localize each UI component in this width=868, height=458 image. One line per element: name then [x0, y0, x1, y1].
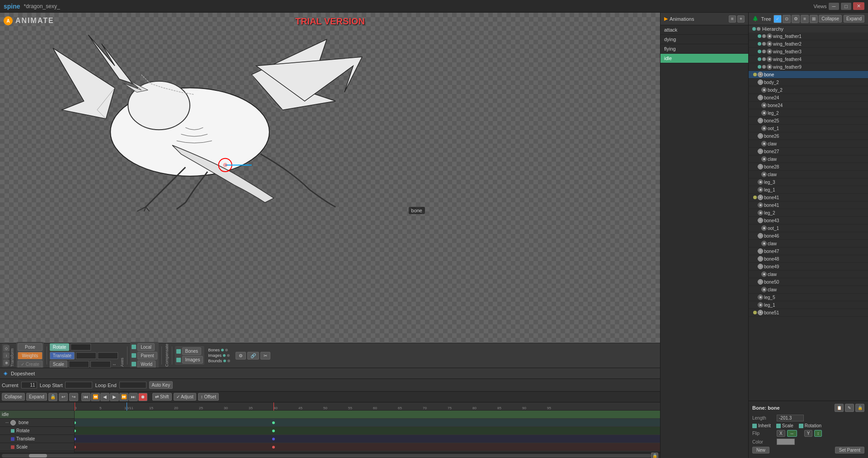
bones-visibility-checkbox[interactable]: [176, 349, 181, 354]
tree-item-oot1b[interactable]: ▣ oot_1: [749, 224, 868, 232]
tree-item-wing-feather3[interactable]: ▣ wing_feather3: [749, 48, 868, 56]
minimize-button[interactable]: ─: [829, 3, 840, 10]
keyframe-bone-0[interactable]: [75, 421, 76, 424]
keyframe-bone-40[interactable]: [272, 421, 275, 424]
flip-x-button[interactable]: X: [777, 430, 785, 437]
length-input[interactable]: [777, 415, 804, 421]
icon-btn-2[interactable]: 🔗: [247, 352, 259, 360]
keyframe-scale-40[interactable]: [272, 446, 275, 449]
set-parent-button[interactable]: Set Parent: [835, 447, 864, 453]
keyframe-rotate-0[interactable]: [75, 430, 76, 432]
scale-y-value[interactable]: 1.0: [90, 361, 111, 368]
tree-collapse-button[interactable]: Collapse: [819, 15, 842, 23]
rotate-value[interactable]: 357.18: [71, 344, 91, 351]
tree-item-wing-feather2[interactable]: ▣ wing_feather2: [749, 40, 868, 48]
icon-btn-1[interactable]: ⚙: [236, 352, 246, 360]
tree-item-bone47[interactable]: ⊙ bone47: [749, 248, 868, 255]
tree-item-wing-feather9[interactable]: ▣ wing_feather9: [749, 63, 868, 71]
tree-btn-4[interactable]: ≡: [801, 15, 809, 23]
tree-item-leg2[interactable]: ▣ leg_2: [749, 109, 868, 117]
tree-item-bone[interactable]: ✦ bone: [749, 71, 868, 79]
tree-item-bone46[interactable]: ⊙ bone46: [749, 232, 868, 240]
icon-btn-3[interactable]: ✂: [260, 352, 270, 360]
skip-start-button[interactable]: ⏮: [81, 393, 90, 401]
undo-button[interactable]: ↩: [59, 393, 68, 401]
tool-icon-2[interactable]: ↕: [3, 352, 9, 359]
tree-item-claw4[interactable]: ▣ claw: [749, 240, 868, 248]
tree-item-bone51[interactable]: ✦ bone51: [749, 309, 868, 317]
weights-button[interactable]: Weights: [18, 352, 42, 360]
local-button[interactable]: Local: [137, 343, 155, 351]
bone-info-btn1[interactable]: 📋: [835, 404, 844, 412]
flip-x-green-button[interactable]: ↔: [787, 430, 797, 437]
world-checkbox[interactable]: [132, 362, 136, 366]
shift-button[interactable]: ⇄ Shift: [152, 393, 172, 401]
tree-item-claw1[interactable]: ▣ claw: [749, 140, 868, 148]
bone-info-btn2[interactable]: ✎: [845, 404, 854, 412]
scale-inherit-checkbox[interactable]: [776, 424, 781, 428]
keyframe-scale-0[interactable]: [75, 446, 76, 449]
tree-item-leg5[interactable]: ▣ leg_5: [749, 294, 868, 301]
tree-item-leg3[interactable]: ▣ leg_3: [749, 178, 868, 186]
scale-x-value[interactable]: 1.0: [69, 361, 89, 368]
rotation-inherit-checkbox[interactable]: [799, 424, 803, 428]
skip-end-button[interactable]: ⏭: [129, 393, 138, 401]
tree-item-claw5[interactable]: ▣ claw: [749, 271, 868, 278]
dopesheet-scrollbar[interactable]: 🔒: [0, 453, 660, 458]
anim-menu-button[interactable]: ≡: [729, 15, 736, 23]
timeline-idle-row[interactable]: [75, 411, 660, 419]
keyframe-translate-0[interactable]: [75, 438, 76, 440]
scrollbar-track[interactable]: [2, 454, 651, 458]
tree-item-claw2[interactable]: ▣ claw: [749, 155, 868, 163]
timeline-bone-row[interactable]: [75, 419, 660, 427]
loop-end-input[interactable]: [119, 382, 146, 388]
tree-item-bone41[interactable]: ✦ bone41: [749, 194, 868, 201]
tree-item-body2-img[interactable]: ▣ body_2: [749, 86, 868, 94]
create-button[interactable]: ✓ Create: [18, 360, 42, 368]
local-checkbox[interactable]: [132, 345, 136, 349]
anim-item-attack[interactable]: attack: [660, 25, 748, 35]
current-frame-input[interactable]: [21, 382, 37, 388]
tree-item-bone48[interactable]: ⊙ bone48: [749, 255, 868, 263]
tree-item-bone41-img[interactable]: ▣ bone41: [749, 201, 868, 209]
tree-item-bone28[interactable]: ⊙ bone28: [749, 163, 868, 171]
dopesheet-timeline[interactable]: 0 5 10/11 15 20 25 30 35 40 45 50 55 60 …: [75, 402, 660, 453]
redo-button[interactable]: ↪: [69, 393, 78, 401]
color-picker[interactable]: [777, 439, 795, 445]
timeline-rotate-row[interactable]: [75, 427, 660, 435]
parent-button[interactable]: Parent: [137, 352, 157, 360]
tree-item-bone26[interactable]: ⊙ bone26: [749, 132, 868, 140]
tree-item-wing-feather1[interactable]: ▣ wing_feather1: [749, 33, 868, 40]
scale-button[interactable]: Scale: [50, 360, 67, 368]
anim-item-dying[interactable]: dying: [660, 35, 748, 44]
dragon-canvas[interactable]: [14, 22, 366, 211]
rotate-button[interactable]: Rotate: [50, 343, 69, 351]
tree-btn-1[interactable]: ✓: [774, 15, 782, 23]
tree-item-claw3[interactable]: ▣ claw: [749, 171, 868, 178]
loop-start-input[interactable]: [65, 382, 92, 388]
tree-item-bone50[interactable]: ⊙ bone50: [749, 278, 868, 286]
step-back-button[interactable]: ⏪: [91, 393, 100, 401]
anim-add-button[interactable]: +: [737, 15, 745, 23]
tree-item-bone43[interactable]: ⊙ bone43: [749, 217, 868, 224]
tree-item-leg1b[interactable]: ▣ leg_1: [749, 301, 868, 309]
bone-info-btn3[interactable]: 🔒: [855, 404, 864, 412]
flip-y-button[interactable]: Y: [804, 430, 813, 437]
close-button[interactable]: ✕: [853, 2, 864, 10]
world-button[interactable]: World: [137, 360, 156, 368]
expand-timeline-button[interactable]: Expand: [26, 393, 47, 401]
timeline-translate-row[interactable]: [75, 435, 660, 443]
adjust-button[interactable]: ✓ Adjust: [174, 393, 196, 401]
collapse-timeline-button[interactable]: Collapse: [2, 393, 25, 401]
maximize-button[interactable]: □: [841, 3, 851, 10]
parent-checkbox[interactable]: [132, 353, 136, 358]
inherit-checkbox[interactable]: [752, 424, 757, 428]
tree-item-leg2b[interactable]: ▣ leg_2: [749, 209, 868, 217]
bones-button[interactable]: Bones: [182, 347, 201, 355]
tree-item-bone49[interactable]: ⊙ bone49: [749, 263, 868, 271]
step-forward-button[interactable]: ⏩: [119, 393, 128, 401]
tree-item-bone25[interactable]: ⊙ bone25: [749, 117, 868, 125]
tree-btn-3[interactable]: ⚙: [792, 15, 800, 23]
play-button[interactable]: ▶: [110, 393, 119, 401]
tree-item-oot1[interactable]: ▣ oot_1: [749, 125, 868, 132]
